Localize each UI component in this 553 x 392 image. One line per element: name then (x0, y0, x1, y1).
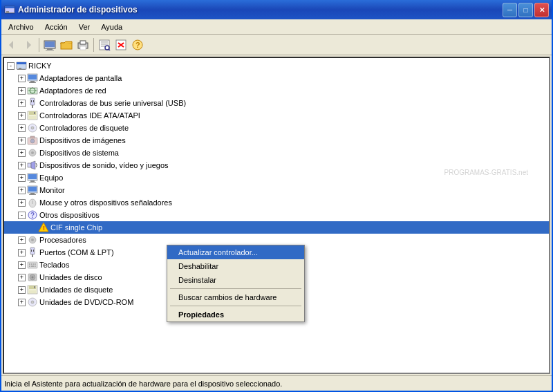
svg-rect-71 (31, 250, 32, 252)
tree-item-controladoras-ide[interactable]: +Controladoras IDE ATA/ATAPI (4, 109, 549, 122)
folder-icon-btn[interactable] (59, 37, 74, 53)
expand-mouse[interactable]: + (18, 199, 26, 207)
svg-text:!: ! (43, 225, 45, 232)
icon-dispositivos-sistema (27, 147, 38, 158)
forward-button[interactable] (21, 37, 36, 53)
help-icon-btn[interactable]: ? (130, 37, 145, 53)
expand-dispositivos-imagenes[interactable]: + (18, 137, 26, 144)
label-teclados: Teclados (39, 261, 69, 269)
menu-accion[interactable]: Acción (39, 21, 73, 32)
svg-point-45 (31, 127, 34, 129)
device-tree[interactable]: PROGRAMAS-GRATIS.net -RICKY+Adaptadores … (4, 58, 549, 373)
expand-unidades-disquete[interactable]: + (18, 286, 26, 294)
svg-rect-48 (30, 136, 35, 138)
ctx-propiedades[interactable]: Propiedades (167, 308, 304, 321)
tree-item-dispositivos-sonido[interactable]: +Dispositivos de sonido, vídeo y juegos (4, 159, 549, 171)
expand-controladoras-usb[interactable]: + (18, 100, 26, 107)
close-button[interactable]: ✕ (534, 3, 549, 17)
svg-rect-36 (30, 98, 35, 105)
svg-rect-2 (6, 11, 9, 12)
tree-item-controladoras-usb[interactable]: +Controladoras de bus serie universal (U… (4, 97, 549, 109)
tree-item-adaptadores-pantalla[interactable]: +Adaptadores de pantalla (4, 72, 549, 84)
tree-item-otros-dispositivos[interactable]: -?Otros dispositivos (4, 209, 549, 221)
expand-unidades-disco[interactable]: + (18, 274, 26, 281)
svg-rect-12 (80, 41, 86, 44)
expand-dispositivos-sistema[interactable]: + (18, 149, 26, 157)
ctx-deshabilitar[interactable]: Deshabilitar (167, 259, 304, 273)
tree-item-mouse[interactable]: +Mouse y otros dispositivos señaladores (4, 196, 549, 209)
menu-bar: Archivo Acción Ver Ayuda (1, 19, 552, 35)
toolbar-sep-1 (39, 38, 39, 52)
search-icon-btn[interactable] (97, 37, 112, 53)
label-unidades-disco: Unidades de disco (39, 273, 102, 281)
expand-adaptadores-pantalla[interactable]: + (18, 75, 26, 82)
menu-ver[interactable]: Ver (73, 21, 96, 32)
label-unidades-dvd: Unidades de DVD/CD-ROM (39, 298, 133, 306)
tree-item-cif-chip[interactable]: !CIF single Chip (4, 221, 549, 234)
icon-unidades-disquete (27, 284, 38, 295)
svg-rect-59 (30, 193, 35, 194)
icon-controladoras-usb (27, 97, 38, 109)
computer-icon-btn[interactable] (42, 37, 57, 53)
tree-item-equipo[interactable]: +Equipo (4, 171, 549, 184)
tree-item-adaptadores-red[interactable]: +Adaptadores de red (4, 84, 549, 97)
svg-point-47 (30, 139, 35, 143)
svg-marker-52 (31, 161, 35, 169)
expand-otros-dispositivos[interactable]: - (18, 212, 26, 219)
window-title: Administrador de dispositivos (18, 5, 503, 15)
cancel-icon-btn[interactable] (113, 37, 129, 53)
svg-rect-75 (31, 263, 32, 265)
menu-ayuda[interactable]: Ayuda (95, 21, 128, 32)
expand-monitor[interactable]: + (18, 187, 26, 194)
expand-unidades-dvd[interactable]: + (18, 299, 26, 306)
svg-rect-15 (101, 41, 108, 43)
ctx-actualizar[interactable]: Actualizar controlador... (167, 245, 304, 259)
svg-rect-37 (32, 105, 33, 108)
expand-adaptadores-red[interactable]: + (18, 87, 26, 95)
expand-controladores-disquete[interactable]: + (18, 124, 26, 132)
status-bar: Inicia el Asistente para actualización d… (1, 375, 552, 391)
svg-rect-9 (46, 50, 54, 50)
icon-root (16, 60, 27, 71)
tree-item-dispositivos-imagenes[interactable]: +Dispositivos de imágenes (4, 134, 549, 147)
expand-procesadores[interactable]: + (18, 236, 26, 244)
toolbar: ? (1, 35, 552, 55)
svg-rect-77 (35, 263, 36, 265)
svg-rect-87 (29, 290, 36, 293)
tree-item-controladores-disquete[interactable]: +Controladores de disquete (4, 122, 549, 134)
label-otros-dispositivos: Otros dispositivos (39, 211, 100, 219)
back-button[interactable] (4, 37, 19, 53)
minimize-button[interactable]: ─ (503, 3, 517, 17)
status-text: Inicia el Asistente para actualización d… (4, 380, 282, 388)
label-controladores-disquete: Controladores de disquete (39, 124, 129, 132)
ctx-sep-1 (170, 288, 301, 289)
label-controladoras-usb: Controladoras de bus serie universal (US… (39, 99, 186, 107)
expand-puertos[interactable]: + (18, 249, 26, 256)
icon-mouse (27, 197, 38, 208)
expand-controladoras-ide[interactable]: + (18, 112, 26, 120)
content-area: PROGRAMAS-GRATIS.net -RICKY+Adaptadores … (3, 57, 550, 374)
tree-item-monitor[interactable]: +Monitor (4, 184, 549, 196)
icon-puertos (27, 247, 38, 258)
menu-archivo[interactable]: Archivo (3, 21, 39, 32)
expand-dispositivos-sonido[interactable]: + (18, 162, 26, 169)
svg-rect-80 (35, 265, 36, 267)
tree-item-dispositivos-sistema[interactable]: +Dispositivos de sistema (4, 147, 549, 159)
label-unidades-disquete: Unidades de disquete (39, 286, 113, 294)
maximize-button[interactable]: □ (518, 3, 533, 17)
label-equipo: Equipo (39, 174, 63, 182)
svg-rect-73 (28, 262, 37, 268)
tree-item-root[interactable]: -RICKY (4, 59, 549, 72)
print-icon-btn[interactable] (75, 37, 91, 53)
svg-rect-86 (34, 286, 35, 288)
ctx-buscar[interactable]: Buscar cambios de hardware (167, 290, 304, 304)
svg-point-50 (31, 151, 34, 154)
ctx-desinstalar[interactable]: Desinstalar (167, 273, 304, 287)
svg-line-19 (109, 49, 110, 50)
expand-teclados[interactable]: + (18, 261, 26, 269)
expand-equipo[interactable]: + (18, 174, 26, 182)
svg-marker-4 (9, 41, 13, 49)
svg-point-89 (31, 301, 34, 304)
expand-root[interactable]: - (7, 62, 15, 70)
icon-unidades-disco (27, 272, 38, 283)
